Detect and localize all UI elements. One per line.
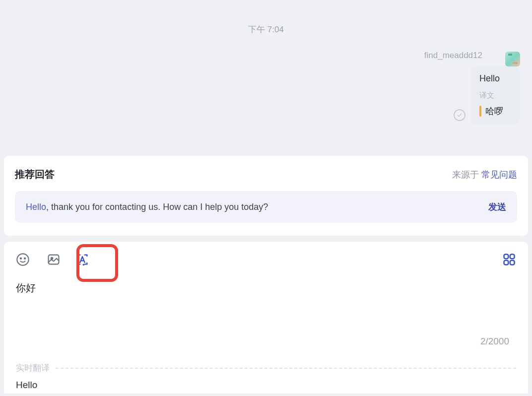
translate-icon[interactable]: [75, 253, 89, 266]
composer: 你好 2/2000 实时翻译 Hello: [4, 242, 528, 394]
char-count: 2/2000: [480, 336, 509, 347]
composer-input[interactable]: 你好: [16, 281, 516, 295]
suggestion-highlight: Hello: [26, 202, 46, 212]
sender-name: find_meaddd12: [424, 51, 482, 61]
toolbar: [16, 253, 516, 266]
recommend-header: 推荐回答 来源于 常见问题: [15, 168, 517, 181]
grid-icon[interactable]: [502, 253, 516, 266]
translation-marker: [479, 106, 481, 117]
bubble-translated-text: 哈啰: [485, 105, 503, 117]
bubble-translation-label: 译文: [479, 91, 511, 100]
recommend-suggestion: Hello, thank you for contacting us. How …: [26, 202, 268, 212]
timestamp: 下午 7:04: [10, 0, 522, 35]
avatar[interactable]: [505, 52, 520, 66]
svg-point-5: [83, 264, 85, 266]
translated-output: Hello: [16, 380, 516, 391]
svg-point-0: [17, 254, 28, 265]
message-content: find_meaddd12 Hello 译文 哈啰: [424, 51, 520, 124]
svg-rect-7: [510, 255, 515, 259]
bubble-original-text: Hello: [479, 73, 511, 84]
svg-rect-6: [504, 255, 509, 259]
svg-rect-9: [510, 261, 515, 265]
bubble-wrap: Hello 译文 哈啰: [454, 66, 520, 124]
send-button[interactable]: 发送: [488, 201, 506, 213]
svg-point-4: [51, 258, 53, 260]
suggestion-rest: , thank you for contacting us. How can I…: [46, 202, 268, 212]
message-bubble[interactable]: Hello 译文 哈啰: [470, 66, 520, 124]
emoji-icon[interactable]: [16, 253, 30, 266]
realtime-divider: 实时翻译: [16, 362, 516, 374]
bubble-translated-row: 哈啰: [479, 105, 511, 117]
recommend-source: 来源于 常见问题: [452, 169, 517, 181]
svg-point-2: [24, 258, 25, 259]
svg-rect-8: [504, 261, 509, 265]
divider-line: [56, 368, 516, 369]
svg-point-1: [20, 258, 21, 259]
message-group: find_meaddd12 Hello 译文 哈啰: [424, 51, 520, 124]
recommend-panel: 推荐回答 来源于 常见问题 Hello, thank you for conta…: [4, 156, 528, 236]
recommend-row: Hello, thank you for contacting us. How …: [15, 191, 517, 223]
check-icon: [454, 109, 466, 121]
source-prefix: 来源于: [452, 170, 481, 180]
source-link[interactable]: 常见问题: [481, 170, 517, 180]
realtime-label: 实时翻译: [16, 362, 50, 374]
recommend-title: 推荐回答: [15, 168, 55, 181]
image-icon[interactable]: [47, 253, 61, 266]
chat-area: 下午 7:04 find_meaddd12 Hello 译文 哈啰: [0, 0, 532, 156]
